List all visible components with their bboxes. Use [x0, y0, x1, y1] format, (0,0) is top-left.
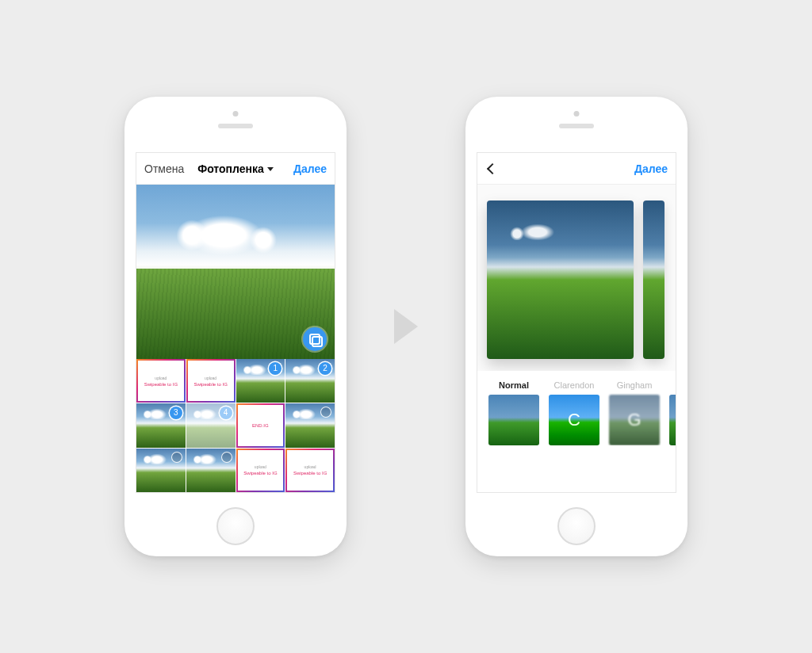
home-button[interactable] [216, 507, 255, 545]
phone-mockup-right: Далее NormalClarendonCGinghamGMM [465, 97, 688, 556]
filter-swatch [488, 395, 539, 445]
cloud-graphic [506, 220, 569, 240]
phone-camera-dot [233, 111, 239, 116]
promo-text: Swipeable to IG [193, 382, 227, 387]
grid-thumbnail[interactable]: 4 [186, 403, 236, 447]
filter-swatch: G [609, 395, 660, 445]
cloud-graphic [141, 407, 171, 419]
carousel-slide-peek[interactable] [643, 200, 665, 359]
filter-label: M [669, 380, 676, 390]
grid-thumbnail[interactable]: 3 [136, 403, 186, 447]
filter-label: Gingham [609, 380, 660, 390]
chevron-left-icon [487, 162, 498, 174]
navbar: Далее [477, 153, 676, 185]
selection-index-badge: 2 [319, 362, 331, 375]
grid-thumbnail[interactable]: END.IG [236, 403, 285, 447]
next-button[interactable]: Далее [279, 162, 327, 175]
filter-strip: NormalClarendonCGinghamGMM [477, 371, 676, 492]
album-picker[interactable]: Фотопленка [197, 162, 274, 175]
filter-option[interactable]: GinghamG [609, 380, 660, 445]
phone-speaker [218, 124, 253, 128]
grid-thumbnail[interactable]: uploadSwipeable to IG [236, 449, 285, 492]
grid-thumbnail[interactable] [136, 449, 186, 492]
carousel-slide[interactable] [487, 200, 634, 359]
back-button[interactable] [485, 165, 533, 173]
step-arrow-icon [394, 309, 418, 344]
phone-speaker [559, 124, 594, 128]
grid-thumbnail[interactable]: uploadSwipeable to IG [186, 359, 236, 403]
filter-option[interactable]: MM [669, 380, 676, 445]
photo-preview[interactable] [136, 185, 335, 359]
cloud-graphic [191, 407, 221, 419]
filter-label: Normal [488, 380, 539, 390]
promo-text: END.IG [252, 423, 269, 428]
chevron-down-icon [267, 167, 274, 171]
grid-thumbnail[interactable]: uploadSwipeable to IG [285, 449, 335, 492]
home-button[interactable] [557, 507, 596, 545]
phone-mockup-left: Отмена Фотопленка Далее uploadSwipeable … [124, 97, 347, 556]
grid-thumbnail[interactable]: 1 [236, 359, 285, 403]
promo-upload-label: upload [155, 376, 167, 380]
screen-photo-picker: Отмена Фотопленка Далее uploadSwipeable … [136, 152, 335, 493]
cloud-graphic [241, 362, 271, 375]
navbar: Отмена Фотопленка Далее [136, 153, 335, 185]
filter-option[interactable]: ClarendonC [549, 380, 599, 445]
filter-label: Clarendon [549, 380, 599, 390]
cloud-graphic [290, 407, 320, 419]
selection-index-badge: 4 [220, 407, 232, 419]
grid-thumbnail[interactable] [186, 449, 236, 492]
grid-thumbnail[interactable] [285, 403, 335, 447]
cloud-graphic [141, 452, 171, 464]
photo-grid: uploadSwipeable to IGuploadSwipeable to … [136, 359, 335, 492]
cloud-graphic [191, 452, 221, 464]
filter-swatch: M [669, 395, 676, 445]
promo-upload-label: upload [304, 464, 316, 469]
phone-camera-dot [574, 111, 580, 116]
screen-filter-editor: Далее NormalClarendonCGinghamGMM [477, 152, 676, 493]
promo-upload-label: upload [255, 464, 266, 469]
selection-ring [320, 407, 331, 418]
image-carousel[interactable] [477, 185, 676, 371]
promo-text: Swipeable to IG [243, 471, 277, 475]
filter-option[interactable]: Normal [488, 380, 539, 445]
album-picker-label: Фотопленка [197, 162, 264, 175]
next-button[interactable]: Далее [620, 162, 668, 175]
cancel-button[interactable]: Отмена [144, 162, 192, 175]
cloud-graphic [290, 362, 320, 375]
filter-swatch: C [549, 395, 599, 445]
promo-text: Swipeable to IG [144, 382, 178, 387]
grid-thumbnail[interactable]: 2 [285, 359, 335, 403]
selection-ring [221, 452, 232, 463]
grid-thumbnail[interactable]: uploadSwipeable to IG [136, 359, 186, 403]
selection-index-badge: 3 [170, 407, 182, 419]
promo-upload-label: upload [205, 376, 216, 380]
select-multiple-button[interactable] [303, 327, 327, 351]
selection-ring [171, 452, 182, 463]
promo-text: Swipeable to IG [293, 471, 327, 475]
cloud-graphic [160, 208, 287, 256]
selection-index-badge: 1 [269, 362, 282, 375]
